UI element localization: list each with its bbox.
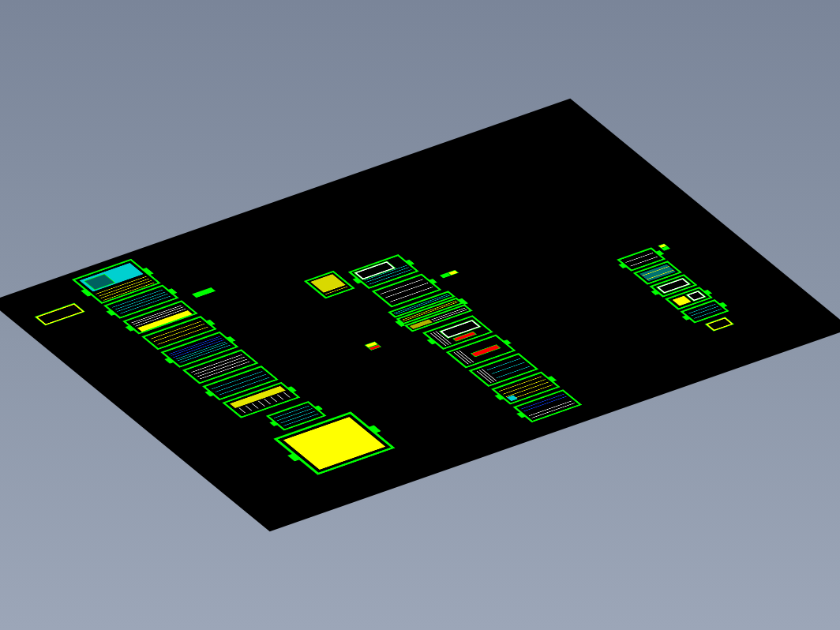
- C-5: [681, 300, 729, 323]
- B-legend: [305, 272, 354, 298]
- cad-viewport[interactable]: [0, 0, 840, 630]
- ann-A-upper: [192, 287, 216, 298]
- C-6: [706, 317, 733, 331]
- ann-C: [658, 243, 667, 248]
- ann-B-upper: [440, 272, 451, 278]
- drawing-sheet[interactable]: [0, 99, 840, 531]
- side-label: [36, 303, 84, 324]
